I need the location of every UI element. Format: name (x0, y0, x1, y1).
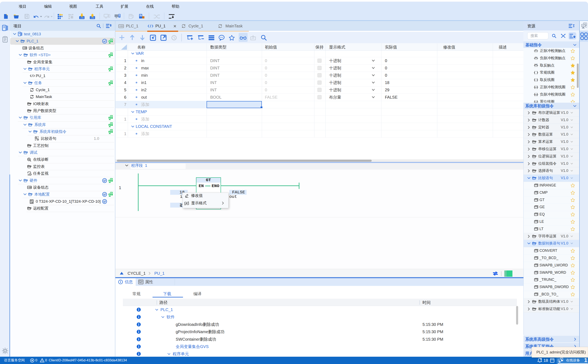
svg-text:1100: 1100 (80, 17, 84, 19)
svg-text:N: N (535, 56, 537, 58)
svg-text:1100: 1100 (90, 17, 94, 19)
svg-text:/: / (536, 79, 536, 81)
svg-text:N: N (535, 94, 537, 96)
svg-text:P: P (535, 49, 537, 51)
svg-text:NOT: NOT (535, 64, 538, 65)
svg-text:P: P (535, 86, 537, 88)
